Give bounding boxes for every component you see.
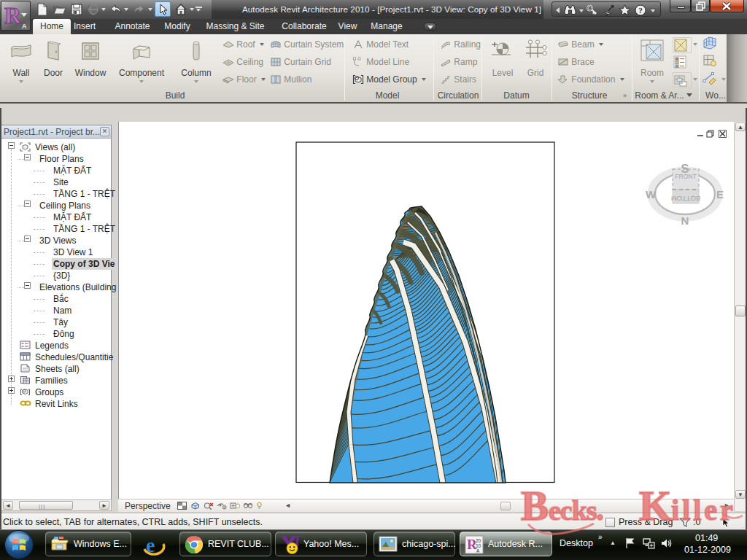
svg-text:?: ? bbox=[638, 6, 643, 15]
svg-text:9: 9 bbox=[223, 505, 225, 510]
svg-text:N: N bbox=[681, 214, 689, 227]
svg-text:BOTTOM: BOTTOM bbox=[671, 195, 701, 203]
svg-text:E: E bbox=[716, 188, 724, 201]
svg-text:20: 20 bbox=[476, 538, 481, 543]
svg-text:A: A bbox=[476, 548, 480, 553]
svg-text:W: W bbox=[646, 188, 657, 201]
svg-text:R: R bbox=[4, 2, 22, 28]
svg-text:FRONT: FRONT bbox=[675, 173, 696, 180]
svg-text:10: 10 bbox=[476, 543, 481, 548]
